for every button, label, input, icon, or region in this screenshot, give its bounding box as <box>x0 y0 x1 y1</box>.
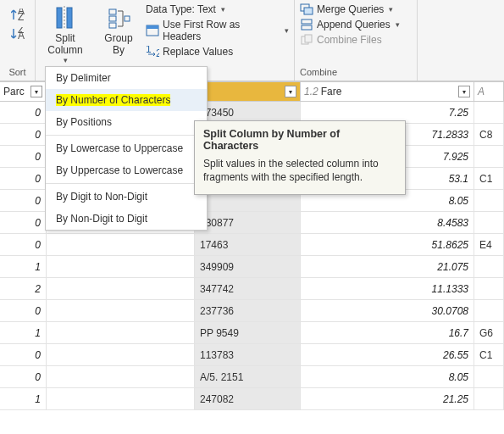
table-row[interactable]: 234774211.1333 <box>0 278 504 300</box>
sort-asc-button[interactable]: AZ <box>11 7 25 24</box>
cell-ticket: 113783 <box>195 344 301 365</box>
cell-ticket: 237736 <box>195 300 301 321</box>
svg-text:A: A <box>18 30 25 41</box>
cell-extra <box>474 300 504 321</box>
table-row[interactable]: 01746351.8625E4 <box>0 234 504 256</box>
svg-text:Z: Z <box>18 11 24 22</box>
column-header-fare[interactable]: 1.2 Fare ▾ <box>301 82 474 101</box>
filter-dropdown-icon[interactable]: ▾ <box>458 86 470 97</box>
cell-fare: 8.05 <box>301 366 474 387</box>
cell-extra: C1 <box>474 344 504 365</box>
append-queries-button[interactable]: Append Queries▾ <box>300 17 400 32</box>
combine-files-button[interactable]: Combine Files <box>300 32 382 47</box>
cell-fare: 21.075 <box>301 256 474 277</box>
cell-extra <box>474 146 504 167</box>
tooltip-title: Split Column by Number of Characters <box>203 128 396 152</box>
chevron-down-icon: ▾ <box>62 56 68 64</box>
cell-parc: 0 <box>0 344 47 365</box>
group-by-button[interactable]: Group By <box>99 2 137 59</box>
chevron-down-icon: ▾ <box>387 5 393 14</box>
cell-ticket: 347742 <box>195 278 301 299</box>
svg-rect-16 <box>304 8 313 14</box>
menu-item-by-number-of-characters[interactable]: By Number of Characters <box>46 89 207 111</box>
menu-item-by-positions[interactable]: By Positions <box>46 111 207 133</box>
chevron-down-icon: ▾ <box>219 5 225 14</box>
svg-rect-7 <box>109 9 116 14</box>
split-column-button[interactable]: Split Column ▾ <box>42 2 87 68</box>
cell-parc: 0 <box>0 124 47 145</box>
table-row[interactable]: 134990921.075 <box>0 256 504 278</box>
cell-extra: C8 <box>474 124 504 145</box>
svg-rect-9 <box>109 23 116 28</box>
tooltip: Split Column by Number of Characters Spl… <box>194 120 406 195</box>
cell-blank <box>47 234 195 255</box>
cell-fare: 11.1333 <box>301 278 474 299</box>
svg-rect-18 <box>302 25 312 30</box>
table-row[interactable]: 023773630.0708 <box>0 300 504 322</box>
combine-group-label: Combine <box>300 65 337 81</box>
cell-blank <box>47 322 195 343</box>
cell-parc: 0 <box>0 146 47 167</box>
svg-rect-12 <box>147 25 158 29</box>
cell-blank <box>47 300 195 321</box>
cell-parc: 0 <box>0 366 47 387</box>
cell-parc: 0 <box>0 212 47 233</box>
cell-extra <box>474 366 504 387</box>
column-header-ticket[interactable]: ▾ <box>195 82 301 101</box>
menu-separator <box>46 135 207 136</box>
cell-fare: 16.7 <box>301 322 474 343</box>
cell-parc: 0 <box>0 190 47 211</box>
sort-group: AZ ZA Sort <box>0 0 36 81</box>
replace-values-button[interactable]: 12 Replace Values <box>146 44 233 59</box>
cell-ticket: 17463 <box>195 234 301 255</box>
cell-blank <box>47 366 195 387</box>
column-header-extra[interactable]: A <box>474 82 504 101</box>
menu-separator <box>46 183 207 184</box>
table-row[interactable]: 0A/5. 21518.05 <box>0 366 504 388</box>
append-queries-icon <box>300 19 313 31</box>
use-first-row-headers-button[interactable]: Use First Row as Headers▾ <box>146 17 289 44</box>
column-header-parc[interactable]: Parc ▾ <box>0 82 47 101</box>
group-by-icon <box>106 5 131 32</box>
cell-ticket: PP 9549 <box>195 322 301 343</box>
menu-item-digit-to-nondigit[interactable]: By Digit to Non-Digit <box>46 186 207 208</box>
merge-queries-button[interactable]: Merge Queries▾ <box>300 2 393 17</box>
svg-rect-10 <box>125 16 130 21</box>
cell-extra: G6 <box>474 322 504 343</box>
cell-extra <box>474 190 504 211</box>
cell-blank <box>47 256 195 277</box>
sort-group-label: Sort <box>8 65 25 81</box>
table-row[interactable]: 011378326.55C1 <box>0 344 504 366</box>
svg-rect-4 <box>57 8 62 28</box>
cell-fare: 8.4583 <box>301 212 474 233</box>
cell-blank <box>47 388 195 409</box>
cell-fare: 21.25 <box>301 388 474 409</box>
menu-item-by-delimiter[interactable]: By Delimiter <box>46 67 207 89</box>
menu-item-upper-to-lower[interactable]: By Uppercase to Lowercase <box>46 159 207 181</box>
filter-dropdown-icon[interactable]: ▾ <box>285 86 296 97</box>
cell-parc: 1 <box>0 388 47 409</box>
table-row[interactable]: 124708221.25 <box>0 388 504 410</box>
cell-fare: 51.8625 <box>301 234 474 255</box>
cell-parc: 0 <box>0 102 47 123</box>
cell-parc: 0 <box>0 168 47 189</box>
menu-item-lower-to-upper[interactable]: By Lowercase to Uppercase <box>46 137 207 159</box>
split-column-menu: By Delimiter By Number of Characters By … <box>45 66 208 231</box>
svg-rect-5 <box>67 8 72 28</box>
data-type-button[interactable]: Data Type: Text▾ <box>146 2 225 17</box>
filter-dropdown-icon[interactable]: ▾ <box>30 86 42 97</box>
cell-parc: 1 <box>0 256 47 277</box>
split-column-icon <box>52 5 79 32</box>
cell-parc: 0 <box>0 234 47 255</box>
sort-desc-button[interactable]: ZA <box>11 25 25 42</box>
svg-rect-20 <box>305 35 312 42</box>
cell-extra <box>474 388 504 409</box>
cell-ticket: 247082 <box>195 388 301 409</box>
cell-ticket: 330877 <box>195 212 301 233</box>
menu-item-nondigit-to-digit[interactable]: By Non-Digit to Digit <box>46 208 207 230</box>
cell-extra: C1 <box>474 168 504 189</box>
replace-values-icon: 12 <box>146 46 159 58</box>
chevron-down-icon: ▾ <box>394 20 400 29</box>
table-row[interactable]: 1PP 954916.7G6 <box>0 322 504 344</box>
combine-files-icon <box>300 34 313 46</box>
